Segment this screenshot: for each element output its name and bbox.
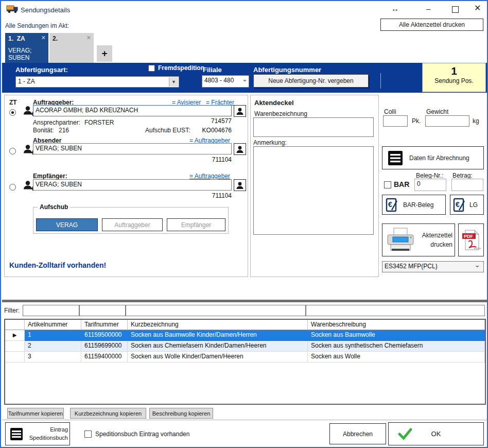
beleg-nr-input[interactable]: 0 [414,179,446,191]
warenbezeichnung-label: Warenbezeichnung [254,110,307,117]
cell-tarifnummer[interactable]: 61159400000 [81,352,128,363]
tab1-close-icon[interactable]: ✕ [41,35,46,41]
copy-kurzbezeichnung-button[interactable]: Kurzbezeichnung kopieren [70,408,146,419]
fremdspedition-checkbox[interactable] [148,65,155,72]
auftraggeber-radio[interactable] [9,109,16,116]
gewicht-input[interactable] [425,115,469,127]
cell-tarifnummer[interactable]: 61159500000 [81,330,128,341]
tab2-close-icon[interactable]: ✕ [86,35,91,41]
resize-icon[interactable]: ↔ [391,4,399,13]
warenbezeichnung-input[interactable] [253,117,374,137]
neue-abfertigung-nr-button[interactable]: Neue Abfertigung-Nr. vergeben [253,74,369,88]
shipment-tab-1[interactable]: 1. ZA ✕ VERAG; SUBEN [5,33,48,63]
speditionsbuch-checkbox[interactable] [84,430,92,438]
table-row[interactable]: 3 61159400000 Socken aus Wolle Kinder/Da… [5,352,485,363]
print-all-aktenzettel-button[interactable]: Alle Aktenzettel drucken [380,19,483,31]
empfaenger-auftraggeber-link[interactable]: = Auftraggeber [189,173,230,180]
person-icon [236,181,244,189]
header-warenbeschreibung[interactable]: Warenbeschreibung [308,320,485,330]
anmerkung-textarea[interactable] [253,146,374,235]
filiale-label: Filiale [203,66,222,74]
cell-warenbeschreibung[interactable]: Socken aus Wolle [308,352,485,363]
aktenzettel-label-line2: drucken [430,241,452,248]
pdf-icon: PDF Adobe [461,228,481,252]
aktenzettel-drucken-button[interactable]: Aktenzettel drucken [382,223,455,256]
row-selector[interactable] [5,352,25,363]
ok-button[interactable]: OK [388,422,484,445]
absender-contact-button[interactable] [234,143,246,155]
cell-kurzbezeichnung[interactable]: Socken aus Chemiefasern Kinder/Damen/Hee… [128,341,308,352]
cell-artikelnummer[interactable]: 3 [25,352,81,363]
filter-warenbeschreibung-input[interactable] [306,305,485,316]
empfaenger-number: 711104 [180,192,232,199]
close-button[interactable]: ✕ [474,5,481,12]
cell-kurzbezeichnung[interactable]: Socken aus Wolle Kinder/Damen/Heeren [128,352,308,363]
table-header-row: Artikelnummer Tarifnummer Kurzbezeichnun… [5,320,485,330]
aufschub-auftraggeber-button[interactable]: Auftraggeber [102,218,163,231]
cell-warenbeschreibung[interactable]: Socken aus Baumwolle [308,330,485,341]
empfaenger-contact-button[interactable] [234,179,246,191]
filiale-chevron-icon[interactable]: ⌄ [242,75,248,83]
add-tab-button[interactable]: + [97,45,112,62]
speditionsbuch-label-line2: Speditionsbuch [29,435,68,441]
aufschub-verag-button[interactable]: VERAG [36,218,98,231]
absender-radio[interactable] [9,148,16,154]
tab1-number: 1. [8,35,13,42]
all-shipments-label: Alle Sendungen im Akt: [5,22,69,29]
bar-checkbox[interactable] [384,181,391,188]
bar-beleg-label: BAR-Beleg [403,201,433,209]
table-row[interactable]: ▶ 1 61159500000 Socken aus Baumwolle Kin… [5,330,485,341]
filter-kurzbezeichnung-input[interactable] [126,305,306,316]
printer-chevron-icon[interactable]: ⌄ [474,261,480,269]
bonitaet-label: Bonität: [33,127,54,134]
table-row[interactable]: 2 61159699000 Socken aus Chemiefasern Ki… [5,341,485,352]
ansprechpartner-label: Ansprechpartner: [33,119,80,126]
eintrag-speditionsbuch-button[interactable]: Eintrag Speditionsbuch [5,422,70,445]
filiale-select[interactable]: 4803 - 480 ⌄ [202,75,249,88]
empfaenger-radio[interactable] [9,184,16,191]
header-kurzbezeichnung[interactable]: Kurzbezeichnung [128,320,308,330]
aufschub-empfaenger-button[interactable]: Empfänger [167,218,225,231]
lg-label: LG [469,201,478,209]
header-tarifnummer[interactable]: Tarifnummer [81,320,128,330]
daten-abrechnung-button[interactable]: Daten für Abrechnung [382,146,484,169]
maximize-button[interactable] [452,6,459,13]
check-icon [398,428,412,440]
abfertigungsart-select[interactable]: 1 - ZA ▾ [15,76,179,88]
colli-input[interactable] [383,115,408,127]
cell-artikelnummer[interactable]: 1 [25,330,81,341]
empfaenger-input[interactable]: VERAG; SUBEN [33,179,232,191]
minimize-button[interactable]: – [426,5,430,12]
dropdown-arrow-icon[interactable]: ▾ [169,77,178,87]
auftraggeber-contact-button[interactable] [234,105,246,117]
printer-select[interactable]: ES3452 MFP(PCL) ⌄ [382,261,484,272]
pk-label: Pk. [412,117,421,125]
bar-beleg-button[interactable]: € BAR-Beleg [382,195,446,215]
copy-beschreibung-button[interactable]: Beschreibung kopieren [149,408,213,419]
header-artikelnummer[interactable]: Artikelnummer [25,320,81,330]
filter-tarifnummer-input[interactable] [79,305,126,316]
articles-table: Artikelnummer Tarifnummer Kurzbezeichnun… [4,319,486,405]
copy-tarifnummer-button[interactable]: Tarifnummer kopieren [7,408,64,419]
sendung-pos-label: Sendung Pos. [423,77,485,84]
cell-kurzbezeichnung[interactable]: Socken aus Baumwolle Kinder/Damen/Herren [128,330,308,341]
cell-tarifnummer[interactable]: 61159699000 [81,341,128,352]
speditionsbuch-checkbox-label: Speditionsbuch Eintrag vorhanden [95,430,189,438]
pdf-button[interactable]: PDF Adobe [458,223,484,256]
absender-input[interactable]: VERAG; SUBEN [33,143,232,154]
person-icon [236,107,244,115]
cell-artikelnummer[interactable]: 2 [25,341,81,352]
row-selector[interactable] [5,341,25,352]
filiale-value: 4803 - 480 [204,77,234,84]
abbrechen-button[interactable]: Abbrechen [329,423,386,444]
filter-artikelnummer-input[interactable] [23,305,79,316]
tab1-type: ZA [17,35,25,42]
row-marker: ▶ [5,330,25,341]
betrag-input[interactable] [451,179,483,191]
cell-warenbeschreibung[interactable]: Socken aus synthetischen Chemiefasern [308,341,485,352]
list-icon [388,150,403,166]
shipment-tab-2[interactable]: 2. ✕ [49,33,94,63]
auftraggeber-input[interactable]: ACORAP GMBH; BAD KREUZNACH [33,105,232,116]
bonitaet-value: 216 [59,127,69,134]
lg-button[interactable]: € LG [450,195,484,215]
